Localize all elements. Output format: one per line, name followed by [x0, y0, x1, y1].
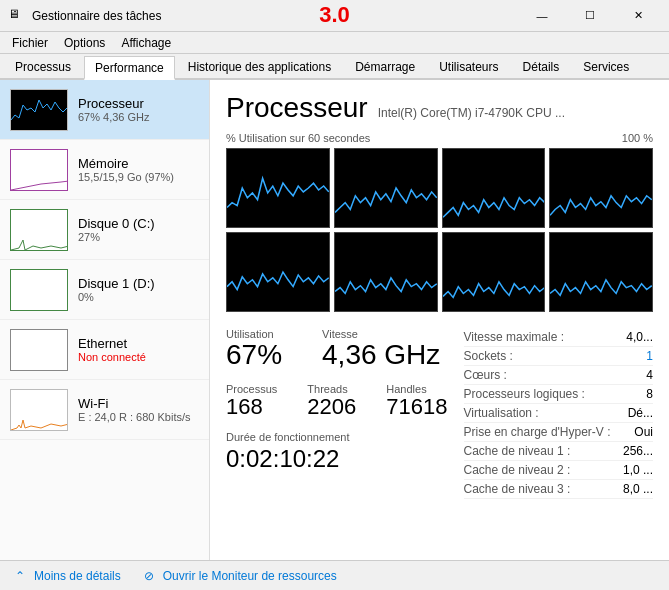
stats-row-2: Processus 168 Threads 2206 Handles 71618 [226, 383, 448, 419]
wifi-label: Wi-Fi [78, 396, 199, 411]
tab-bar: Processus Performance Historique des app… [0, 54, 669, 80]
info-key: Vitesse maximale : [464, 330, 564, 344]
svg-rect-1 [11, 210, 68, 251]
info-row: Cache de niveau 1 :256... [464, 442, 654, 461]
bottombar: ⌃ Moins de détails ⊘ Ouvrir le Moniteur … [0, 560, 669, 590]
monitor-label: Ouvrir le Moniteur de ressources [163, 569, 337, 583]
info-key: Cœurs : [464, 368, 507, 382]
cpu-graph-1 [226, 148, 330, 228]
sidebar-item-cpu[interactable]: Processeur 67% 4,36 GHz [0, 80, 209, 140]
eth-value: Non connecté [78, 351, 199, 363]
disk0-value: 27% [78, 231, 199, 243]
cpu-graph-7 [442, 232, 546, 312]
info-row: Cache de niveau 3 :8,0 ... [464, 480, 654, 499]
menu-fichier[interactable]: Fichier [4, 34, 56, 52]
svg-rect-9 [227, 233, 329, 311]
disk1-value: 0% [78, 291, 199, 303]
tab-performance[interactable]: Performance [84, 56, 175, 80]
monitor-icon: ⊘ [141, 568, 157, 584]
disk1-label: Disque 1 (D:) [78, 276, 199, 291]
stat-handles: Handles 71618 [386, 383, 447, 419]
sidebar-item-memory[interactable]: Mémoire 15,5/15,9 Go (97%) [0, 140, 209, 200]
svg-rect-4 [11, 390, 68, 431]
info-key: Cache de niveau 1 : [464, 444, 571, 458]
sidebar-item-disk0[interactable]: Disque 0 (C:) 27% [0, 200, 209, 260]
info-key: Cache de niveau 3 : [464, 482, 571, 496]
handles-label: Handles [386, 383, 447, 395]
cpu-graphs-grid [226, 148, 653, 312]
cpu-graph-2 [334, 148, 438, 228]
window-title: Gestionnaire des tâches [32, 9, 519, 23]
info-row: Cache de niveau 2 :1,0 ... [464, 461, 654, 480]
graph-label-left: % Utilisation sur 60 secondes [226, 132, 370, 144]
wifi-value: E : 24,0 R : 680 Kbits/s [78, 411, 199, 423]
vitesse-value: 4,36 GHz [322, 340, 440, 371]
svg-rect-10 [335, 233, 437, 311]
content-left: Utilisation 67% Vitesse 4,36 GHz Process… [226, 328, 448, 499]
svg-rect-2 [11, 270, 68, 311]
svg-rect-6 [335, 149, 437, 227]
svg-rect-8 [550, 149, 652, 227]
info-key: Prise en charge d'Hyper-V : [464, 425, 611, 439]
content-header: Processeur Intel(R) Core(TM) i7-4790K CP… [226, 92, 653, 124]
menu-affichage[interactable]: Affichage [113, 34, 179, 52]
info-row: Sockets :1 [464, 347, 654, 366]
eth-label: Ethernet [78, 336, 199, 351]
cpu-label: Processeur [78, 96, 199, 111]
mem-label: Mémoire [78, 156, 199, 171]
close-button[interactable]: ✕ [615, 0, 661, 32]
stats-row-1: Utilisation 67% Vitesse 4,36 GHz [226, 328, 448, 371]
info-value: 8 [646, 387, 653, 401]
info-key: Sockets : [464, 349, 513, 363]
chevron-up-icon: ⌃ [12, 568, 28, 584]
disk1-thumbnail [10, 269, 68, 311]
cpu-graph-8 [549, 232, 653, 312]
handles-value: 71618 [386, 395, 447, 419]
svg-rect-0 [11, 150, 68, 191]
cpu-graph-5 [226, 232, 330, 312]
info-value: Dé... [628, 406, 653, 420]
stat-threads: Threads 2206 [307, 383, 356, 419]
cpu-graph-6 [334, 232, 438, 312]
sidebar-item-disk1[interactable]: Disque 1 (D:) 0% [0, 260, 209, 320]
info-row: Virtualisation :Dé... [464, 404, 654, 423]
cpu-value: 67% 4,36 GHz [78, 111, 199, 123]
cpu-graph-3 [442, 148, 546, 228]
tab-utilisateurs[interactable]: Utilisateurs [428, 54, 509, 78]
svg-rect-11 [443, 233, 545, 311]
minimize-button[interactable]: — [519, 0, 565, 32]
sidebar-item-ethernet[interactable]: Ethernet Non connecté [0, 320, 209, 380]
info-value: 1 [646, 349, 653, 363]
uptime-label: Durée de fonctionnement [226, 431, 448, 443]
stat-vitesse: Vitesse 4,36 GHz [322, 328, 440, 371]
stat-processus: Processus 168 [226, 383, 277, 419]
menu-options[interactable]: Options [56, 34, 113, 52]
info-row: Prise en charge d'Hyper-V :Oui [464, 423, 654, 442]
monitor-resources-button[interactable]: ⊘ Ouvrir le Moniteur de ressources [141, 568, 337, 584]
cpu-thumbnail [10, 89, 68, 131]
maximize-button[interactable]: ☐ [567, 0, 613, 32]
version-badge: 3.0 [319, 2, 350, 28]
less-details-label: Moins de détails [34, 569, 121, 583]
tab-details[interactable]: Détails [512, 54, 571, 78]
tab-services[interactable]: Services [572, 54, 640, 78]
disk0-thumbnail [10, 209, 68, 251]
less-details-button[interactable]: ⌃ Moins de détails [12, 568, 121, 584]
info-value: Oui [634, 425, 653, 439]
graph-labels: % Utilisation sur 60 secondes 100 % [226, 132, 653, 144]
info-value: 8,0 ... [623, 482, 653, 496]
info-row: Vitesse maximale :4,0... [464, 328, 654, 347]
tab-historique[interactable]: Historique des applications [177, 54, 342, 78]
tab-demarrage[interactable]: Démarrage [344, 54, 426, 78]
info-value: 4 [646, 368, 653, 382]
wifi-thumbnail [10, 389, 68, 431]
cpu-graph-4 [549, 148, 653, 228]
svg-rect-12 [550, 233, 652, 311]
sidebar-item-wifi[interactable]: Wi-Fi E : 24,0 R : 680 Kbits/s [0, 380, 209, 440]
mem-value: 15,5/15,9 Go (97%) [78, 171, 199, 183]
tab-processus[interactable]: Processus [4, 54, 82, 78]
content-subtitle: Intel(R) Core(TM) i7-4790K CPU ... [378, 106, 565, 120]
content-area: Processeur Intel(R) Core(TM) i7-4790K CP… [210, 80, 669, 560]
sidebar: Processeur 67% 4,36 GHz Mémoire 15,5/15,… [0, 80, 210, 560]
main-area: Processeur 67% 4,36 GHz Mémoire 15,5/15,… [0, 80, 669, 560]
